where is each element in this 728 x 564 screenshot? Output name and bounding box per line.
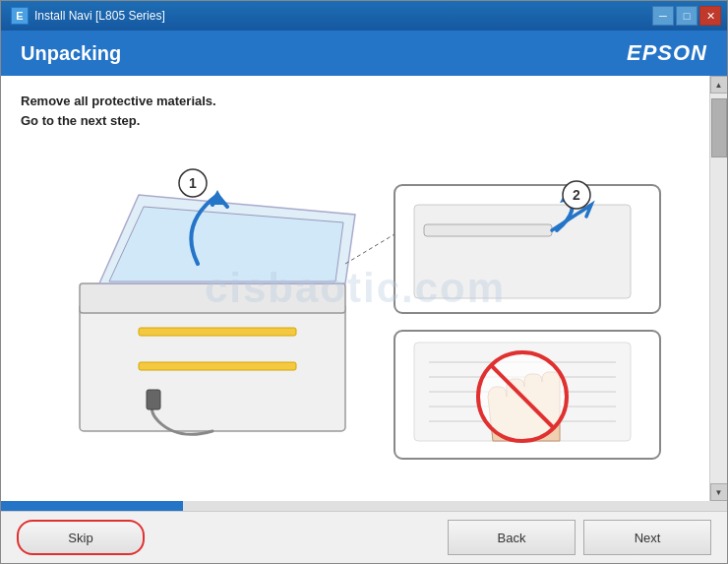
- nav-buttons: Back Next: [448, 520, 711, 555]
- unpacking-diagram: 1: [21, 136, 690, 470]
- step3-group: [394, 331, 660, 459]
- svg-rect-5: [139, 328, 296, 336]
- header-section: Unpacking EPSON: [1, 31, 727, 76]
- svg-line-14: [345, 234, 394, 264]
- svg-text:2: 2: [573, 187, 580, 203]
- instruction-block: Remove all protective materials. Go to t…: [21, 92, 690, 130]
- content-wrapper: Remove all protective materials. Go to t…: [1, 76, 727, 501]
- close-button[interactable]: ✕: [699, 6, 721, 26]
- content-area: Remove all protective materials. Go to t…: [1, 76, 709, 501]
- printer-group: 1: [80, 169, 355, 434]
- main-content: Unpacking EPSON Remove all protective ma…: [1, 31, 727, 563]
- app-icon: E: [11, 7, 29, 25]
- title-bar-left: E Install Navi [L805 Series]: [11, 7, 165, 25]
- title-bar: E Install Navi [L805 Series] ─ □ ✕: [1, 1, 727, 31]
- svg-rect-10: [424, 224, 552, 236]
- scroll-thumb[interactable]: [711, 98, 727, 157]
- app-window: E Install Navi [L805 Series] ─ □ ✕ Unpac…: [0, 0, 728, 564]
- page-title: Unpacking: [21, 42, 121, 65]
- instruction-line1: Remove all protective materials.: [21, 92, 690, 111]
- progress-bar: [1, 501, 183, 511]
- scroll-down-button[interactable]: ▼: [710, 483, 728, 501]
- step2-group: 2: [345, 181, 660, 313]
- svg-rect-1: [80, 283, 345, 313]
- progress-section: [1, 501, 727, 511]
- window-title: Install Navi [L805 Series]: [34, 9, 165, 23]
- bottom-section: Skip Back Next: [1, 511, 727, 563]
- skip-button[interactable]: Skip: [17, 520, 145, 555]
- svg-text:1: 1: [189, 175, 197, 191]
- back-button[interactable]: Back: [448, 520, 576, 555]
- svg-rect-7: [147, 390, 160, 409]
- next-button[interactable]: Next: [583, 520, 711, 555]
- scroll-track: [710, 94, 727, 483]
- maximize-button[interactable]: □: [676, 6, 698, 26]
- svg-rect-6: [139, 362, 296, 370]
- minimize-button[interactable]: ─: [652, 6, 674, 26]
- instruction-line2: Go to the next step.: [21, 111, 690, 131]
- brand-logo: EPSON: [627, 40, 707, 66]
- window-controls: ─ □ ✕: [652, 6, 721, 26]
- svg-rect-9: [414, 205, 631, 298]
- scroll-up-button[interactable]: ▲: [710, 76, 728, 94]
- scrollbar[interactable]: ▲ ▼: [709, 76, 727, 501]
